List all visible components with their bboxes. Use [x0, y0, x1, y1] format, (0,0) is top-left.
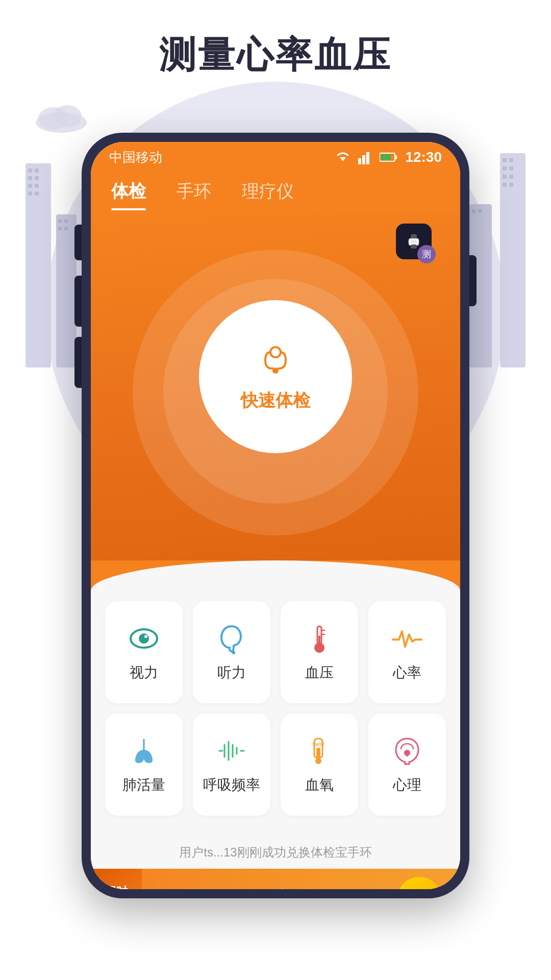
- svg-rect-27: [472, 209, 475, 213]
- tab-bracelet[interactable]: 手环: [177, 173, 211, 210]
- device-badge[interactable]: 测: [396, 224, 442, 270]
- svg-rect-6: [28, 176, 32, 180]
- grid-item-hr-label: 心率: [393, 663, 421, 682]
- grid-item-psych-label: 心理: [393, 775, 421, 795]
- svg-rect-25: [509, 183, 513, 187]
- power-button: [469, 255, 477, 306]
- grid-item-blood-pressure[interactable]: 血压: [281, 601, 358, 703]
- banner-badge: 限时 福利: [91, 869, 142, 889]
- quick-exam-label: 快速体检: [241, 389, 310, 412]
- svg-point-40: [270, 347, 281, 357]
- phone-wrapper: 中国移动: [82, 133, 469, 888]
- svg-rect-5: [35, 168, 39, 173]
- svg-rect-18: [503, 158, 507, 162]
- svg-rect-8: [28, 184, 32, 188]
- lung-icon: [128, 734, 160, 767]
- svg-rect-58: [316, 748, 320, 758]
- grid-item-breathing-label: 呼吸频率: [203, 775, 260, 795]
- device-icon: 测: [396, 224, 432, 259]
- promo-banner[interactable]: 限时 福利 免费领取体检宝手环 抢: [91, 869, 460, 889]
- ear-icon: [215, 622, 248, 655]
- page-title-area: 测量心率血压: [0, 0, 551, 95]
- wifi-icon: [335, 150, 351, 164]
- quick-exam-button[interactable]: 快速体检: [199, 300, 352, 453]
- tab-therapy[interactable]: 理疗仪: [242, 173, 294, 210]
- svg-rect-35: [381, 154, 391, 160]
- status-right-icons: 12:30: [335, 149, 442, 165]
- battery-icon: [380, 152, 398, 162]
- svg-rect-12: [56, 214, 77, 368]
- grid-item-lung[interactable]: 肺活量: [105, 714, 183, 816]
- svg-rect-22: [503, 175, 507, 179]
- banner-badge-text: 限时 福利: [105, 885, 128, 889]
- heartrate-icon: [391, 622, 423, 655]
- carrier-label: 中国移动: [109, 149, 162, 166]
- notification-bar: 用户ts...13刚刚成功兑换体检宝手环: [91, 836, 460, 869]
- phone-frame: 中国移动: [82, 133, 469, 898]
- svg-rect-4: [28, 168, 32, 173]
- breathing-icon: [215, 734, 248, 767]
- page-background: 测量心率血压: [0, 0, 551, 980]
- svg-rect-23: [509, 175, 513, 179]
- vol-silent-button: [74, 225, 82, 260]
- vol-up-button: [74, 276, 82, 327]
- svg-rect-20: [503, 166, 507, 170]
- svg-point-59: [315, 758, 321, 764]
- svg-rect-21: [509, 166, 513, 170]
- grid-row-2: 肺活量 呼吸频率: [105, 714, 446, 816]
- grid-item-heart-rate[interactable]: 心率: [368, 601, 446, 703]
- svg-rect-30: [358, 158, 361, 164]
- notification-text: 用户ts...13刚刚成功兑换体检宝手环: [179, 845, 371, 859]
- eye-icon: [128, 622, 160, 655]
- thermometer-icon: [303, 622, 336, 655]
- svg-marker-29: [340, 157, 346, 161]
- grid-item-psychology[interactable]: 心理: [368, 714, 446, 816]
- svg-rect-24: [503, 183, 507, 187]
- svg-rect-16: [64, 227, 68, 230]
- grid-item-bo-label: 血氧: [305, 775, 334, 795]
- svg-rect-7: [35, 176, 39, 180]
- svg-rect-11: [35, 191, 39, 195]
- phone-screen: 中国移动: [91, 142, 460, 889]
- svg-rect-32: [366, 152, 369, 164]
- health-grid: 视力 听力: [91, 591, 460, 836]
- city-right: [464, 112, 536, 370]
- svg-point-43: [139, 633, 149, 644]
- svg-rect-19: [509, 158, 513, 162]
- svg-rect-9: [35, 184, 39, 188]
- sao2-icon: SaO2: [303, 734, 336, 767]
- grid-item-blood-oxygen[interactable]: SaO2 血氧: [281, 714, 358, 816]
- svg-rect-28: [478, 209, 482, 213]
- grid-item-lung-label: 肺活量: [122, 775, 165, 795]
- grid-item-vision-label: 视力: [130, 663, 158, 682]
- status-bar: 中国移动: [91, 142, 460, 173]
- grid-item-breathing[interactable]: 呼吸频率: [193, 714, 270, 816]
- page-title: 测量心率血压: [0, 31, 551, 80]
- svg-rect-31: [362, 155, 365, 164]
- svg-rect-13: [58, 219, 62, 223]
- svg-rect-37: [411, 234, 417, 238]
- svg-rect-39: [411, 239, 417, 243]
- tab-bar: 体检 手环 理疗仪: [91, 173, 460, 213]
- grid-item-vision[interactable]: 视力: [105, 601, 183, 703]
- grid-item-bp-label: 血压: [305, 663, 334, 682]
- svg-rect-14: [64, 219, 68, 223]
- svg-point-45: [232, 651, 235, 654]
- stethoscope-icon: [255, 341, 296, 382]
- svg-point-44: [144, 635, 147, 638]
- svg-text:SaO2: SaO2: [312, 742, 324, 747]
- grid-item-hearing[interactable]: 听力: [193, 601, 270, 703]
- psychology-icon: [391, 734, 423, 767]
- tab-exam[interactable]: 体检: [111, 173, 146, 210]
- time-label: 12:30: [405, 149, 442, 165]
- vol-down-button: [74, 337, 82, 388]
- svg-point-48: [314, 643, 324, 653]
- svg-rect-10: [28, 191, 32, 195]
- svg-rect-38: [411, 244, 417, 249]
- device-measure-badge: 测: [417, 245, 436, 263]
- grid-row-1: 视力 听力: [105, 601, 446, 703]
- signal-icon: [358, 150, 372, 164]
- banner-grab-button[interactable]: 抢: [397, 877, 442, 889]
- svg-rect-34: [395, 155, 397, 159]
- main-content-orange: 测 快速体检: [91, 213, 460, 560]
